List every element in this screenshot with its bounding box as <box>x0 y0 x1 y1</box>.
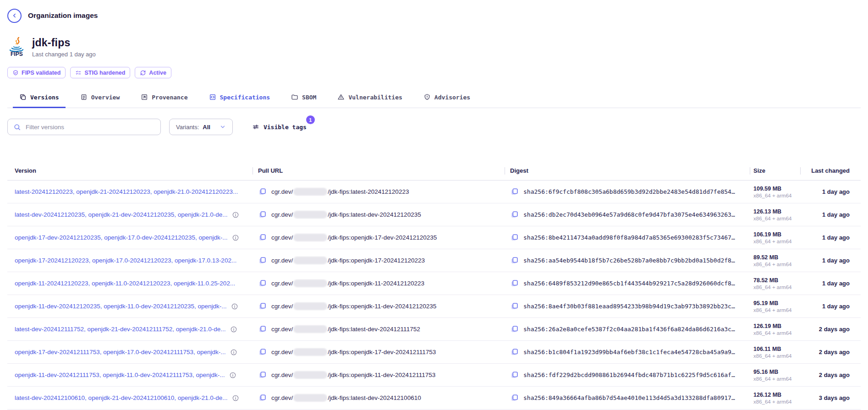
copy-digest-button[interactable] <box>510 279 519 288</box>
image-size: 126.13 MB <box>753 208 800 215</box>
back-button[interactable] <box>7 9 22 23</box>
pull-url-text: cgr.dev//jdk-fips:latest-202412120223 <box>271 188 409 196</box>
version-link[interactable]: latest-dev-202412100610, openjdk-21-dev-… <box>15 394 228 401</box>
refresh-icon <box>140 70 146 76</box>
info-icon[interactable] <box>230 349 237 356</box>
copy-digest-button[interactable] <box>510 348 519 356</box>
copy-pull-url-button[interactable] <box>258 394 267 402</box>
copy-digest-button[interactable] <box>510 325 519 333</box>
last-changed: 2 days ago <box>800 326 861 333</box>
copy-icon <box>258 348 267 356</box>
info-icon[interactable] <box>232 234 239 241</box>
redacted-org-name <box>293 371 327 379</box>
provenance-icon <box>141 93 148 101</box>
table-row: openjdk-11-202412120223, openjdk-11.0-20… <box>7 272 861 295</box>
tab-overview[interactable]: Overview <box>74 93 126 108</box>
copy-digest-button[interactable] <box>510 187 519 196</box>
image-architectures: x86_64 + arm64 <box>753 216 800 221</box>
last-changed: 1 day ago <box>800 188 861 195</box>
pull-url-text: cgr.dev//jdk-fips:openjdk-11-20241212022… <box>271 279 424 287</box>
info-icon[interactable] <box>230 326 237 333</box>
redacted-org-name <box>293 188 327 196</box>
copy-pull-url-button[interactable] <box>258 302 267 311</box>
column-header-pull-url: Pull URL <box>253 167 505 174</box>
copy-pull-url-button[interactable] <box>258 210 267 219</box>
version-link[interactable]: latest-dev-202412120235, openjdk-21-dev-… <box>15 211 228 218</box>
tab-specifications[interactable]: Specifications <box>203 93 277 108</box>
java-fips-logo: FIPS <box>7 37 27 58</box>
variants-dropdown[interactable]: Variants: All <box>169 119 233 135</box>
version-link[interactable]: openjdk-11-dev-202412120235, openjdk-11.… <box>15 303 227 310</box>
copy-digest-button[interactable] <box>510 394 519 402</box>
digest-text: sha256:6489f853212d90e865cb1f443544b9292… <box>523 280 735 287</box>
version-link[interactable]: latest-dev-202412111752, openjdk-21-dev-… <box>15 326 226 333</box>
copy-pull-url-button[interactable] <box>258 371 267 379</box>
tab-vulnerabilities[interactable]: Vulnerabilities <box>331 93 408 108</box>
tab-versions[interactable]: Versions <box>13 93 66 108</box>
image-size: 89.52 MB <box>753 254 800 261</box>
image-architectures: x86_64 + arm64 <box>753 193 800 198</box>
checklist-icon <box>75 70 82 76</box>
tab-label: Overview <box>91 94 120 101</box>
redacted-org-name <box>293 234 327 241</box>
image-name: jdk-fips <box>32 37 96 49</box>
organization-image-page: Organization images FIPS jdk-fips Last c… <box>0 0 868 410</box>
copy-icon <box>510 256 519 265</box>
version-link[interactable]: latest-202412120223, openjdk-21-20241212… <box>15 188 238 195</box>
copy-icon <box>258 233 267 242</box>
filter-versions-input[interactable] <box>26 124 155 131</box>
image-size: 78.52 MB <box>753 277 800 284</box>
redacted-org-name <box>293 257 327 264</box>
tab-advisories[interactable]: Advisories <box>417 93 477 108</box>
table-row: latest-202412120223, openjdk-21-20241212… <box>7 180 861 203</box>
copy-pull-url-button[interactable] <box>258 348 267 356</box>
copy-pull-url-button[interactable] <box>258 233 267 242</box>
copy-digest-button[interactable] <box>510 256 519 265</box>
copy-pull-url-button[interactable] <box>258 256 267 265</box>
copy-pull-url-button[interactable] <box>258 279 267 288</box>
info-icon[interactable] <box>232 394 239 402</box>
copy-icon <box>510 371 519 379</box>
copy-pull-url-button[interactable] <box>258 187 267 196</box>
image-architectures: x86_64 + arm64 <box>753 284 800 290</box>
copy-digest-button[interactable] <box>510 371 519 379</box>
version-link[interactable]: openjdk-17-dev-202412120235, openjdk-17.… <box>15 234 228 241</box>
copy-pull-url-button[interactable] <box>258 325 267 333</box>
copy-digest-button[interactable] <box>510 210 519 219</box>
table-body: latest-202412120223, openjdk-21-20241212… <box>7 180 861 410</box>
copy-icon <box>510 325 519 333</box>
copy-icon <box>258 371 267 379</box>
version-link[interactable]: openjdk-17-dev-202412111753, openjdk-17.… <box>15 349 226 355</box>
version-link[interactable]: openjdk-11-dev-202412111753, openjdk-11.… <box>15 372 225 378</box>
badge-label: FIPS validated <box>22 70 60 76</box>
redacted-org-name <box>293 302 327 310</box>
tab-sbom[interactable]: SBOM <box>285 93 323 108</box>
svg-text:FIPS: FIPS <box>11 51 23 57</box>
tab-provenance[interactable]: Provenance <box>134 93 194 108</box>
sliders-icon <box>252 123 259 131</box>
visible-tags-label: Visible tags <box>264 124 307 131</box>
versions-icon <box>19 93 27 101</box>
image-size: 126.12 MB <box>753 392 800 398</box>
vulnerabilities-icon <box>337 93 345 101</box>
filter-versions-box <box>7 119 161 135</box>
version-link[interactable]: openjdk-11-202412120223, openjdk-11.0-20… <box>15 280 235 287</box>
copy-digest-button[interactable] <box>510 233 519 242</box>
version-link[interactable]: openjdk-17-202412120223, openjdk-17.0-20… <box>15 257 236 264</box>
table-row: latest-dev-202412120235, openjdk-21-dev-… <box>7 203 861 226</box>
redacted-org-name <box>293 211 327 219</box>
digest-text: sha256:8ae4f30b03f881eaad8954233b98b94d1… <box>523 303 735 310</box>
copy-icon <box>510 279 519 288</box>
info-icon[interactable] <box>229 372 236 379</box>
pull-url-text: cgr.dev//jdk-fips:openjdk-11-dev-2024121… <box>271 302 436 310</box>
visible-tags-button[interactable]: Visible tags 1 <box>251 121 308 132</box>
copy-digest-button[interactable] <box>510 302 519 311</box>
pull-url-text: cgr.dev//jdk-fips:openjdk-11-dev-2024121… <box>271 371 435 379</box>
info-icon[interactable] <box>231 303 238 310</box>
image-architectures: x86_64 + arm64 <box>753 262 800 267</box>
image-architectures: x86_64 + arm64 <box>753 330 800 336</box>
info-icon[interactable] <box>232 211 239 219</box>
digest-text: sha256:8be42114734a0add98f0f8a984d7a8536… <box>523 234 735 241</box>
copy-icon <box>510 233 519 242</box>
badge-fips-validated: FIPS validated <box>7 67 66 78</box>
